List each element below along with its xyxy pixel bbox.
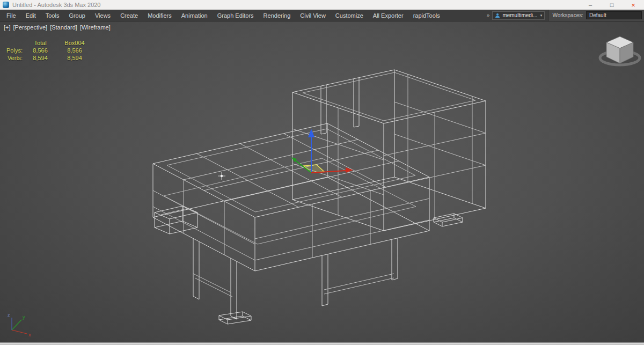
viewport-canvas[interactable]: x y z (0, 21, 644, 342)
axis-x-label: x (28, 332, 31, 337)
workspaces-dropdown[interactable]: Default (586, 11, 642, 19)
menu-all-exporter[interactable]: All Exporter (368, 10, 408, 21)
world-axis-tripod: x y z (8, 312, 31, 337)
stats-verts-label: Verts: (3, 54, 25, 62)
wireframe-model[interactable] (153, 70, 486, 324)
stats-polys-total: 8,566 (25, 47, 56, 54)
menu-create[interactable]: Create (115, 10, 143, 21)
stats-col-total: Total (25, 39, 56, 47)
maximize-button[interactable]: □ (601, 0, 623, 10)
statistics-overlay: Total Box004 Polys: 8,566 8,566 Verts: 8… (3, 39, 93, 62)
viewcube[interactable] (600, 36, 640, 65)
toolbar-overflow-icon[interactable]: » (484, 12, 493, 18)
chevron-down-icon: ▾ (540, 13, 543, 18)
menu-customize[interactable]: Customize (331, 10, 368, 21)
window-controls: – □ × (580, 0, 644, 10)
menu-modifiers[interactable]: Modifiers (143, 10, 177, 21)
menu-rendering[interactable]: Rendering (259, 10, 296, 21)
minimize-button[interactable]: – (580, 0, 601, 10)
account-dropdown[interactable]: memultimedi... ▾ (492, 11, 545, 20)
viewport-menu-general[interactable]: [+] (4, 24, 11, 31)
menu-items: File Edit Tools Group Views Create Modif… (0, 10, 445, 21)
menu-edit[interactable]: Edit (21, 10, 41, 21)
menu-civil-view[interactable]: Civil View (295, 10, 330, 21)
vertex-marker (218, 172, 225, 180)
stats-verts-total: 8,594 (25, 54, 56, 62)
menubar-right: » memultimedi... ▾ Workspaces: Default (484, 10, 644, 21)
viewport-menu-shading[interactable]: [Wireframe] (80, 24, 111, 31)
menu-group[interactable]: Group (64, 10, 90, 21)
stats-verts-object: 8,594 (56, 54, 93, 62)
menu-bar: File Edit Tools Group Views Create Modif… (0, 10, 644, 21)
perspective-viewport[interactable]: [+] [Perspective] [Standard] [Wireframe]… (0, 21, 644, 342)
account-name: memultimedi... (502, 12, 537, 18)
window-titlebar: Untitled - Autodesk 3ds Max 2020 – □ × (0, 0, 644, 10)
menu-graph-editors[interactable]: Graph Editors (213, 10, 259, 21)
stats-col-object: Box004 (56, 39, 93, 47)
workspace-panel: Workspaces: Default (548, 10, 644, 21)
menu-views[interactable]: Views (90, 10, 115, 21)
menu-rapidtools[interactable]: rapidTools (408, 10, 445, 21)
axis-y-label: y (23, 314, 25, 320)
3dsmax-logo-icon (3, 2, 9, 8)
app-window: Untitled - Autodesk 3ds Max 2020 – □ × F… (0, 0, 644, 345)
window-title: Untitled - Autodesk 3ds Max 2020 (12, 2, 100, 8)
stats-polys-label: Polys: (3, 47, 25, 54)
menu-tools[interactable]: Tools (41, 10, 64, 21)
user-icon (495, 13, 500, 18)
viewport-label: [+] [Perspective] [Standard] [Wireframe] (4, 24, 111, 31)
workspaces-label: Workspaces: (552, 12, 583, 18)
viewport-menu-standard[interactable]: [Standard] (50, 24, 77, 31)
menu-animation[interactable]: Animation (177, 10, 213, 21)
viewport-menu-pov[interactable]: [Perspective] (13, 24, 48, 31)
menu-file[interactable]: File (2, 10, 21, 21)
stats-polys-object: 8,566 (56, 47, 93, 54)
axis-z-label: z (8, 312, 10, 318)
close-button[interactable]: × (623, 0, 644, 10)
bottom-edge-strip (0, 342, 644, 345)
